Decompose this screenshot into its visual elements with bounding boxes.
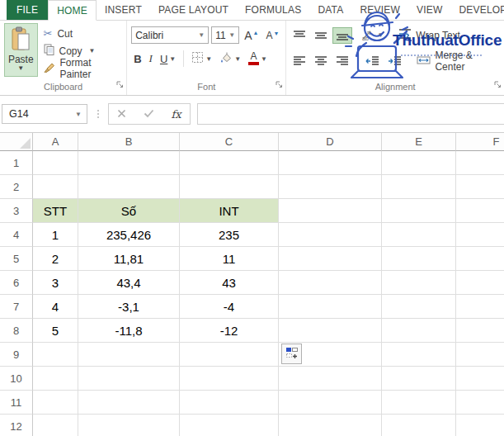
cell-D5[interactable] xyxy=(279,247,382,271)
font-family-select[interactable]: Calibri ▼ xyxy=(131,26,209,44)
orientation-dropdown-icon[interactable]: ▼ xyxy=(377,31,384,39)
cell-C9[interactable] xyxy=(180,343,279,367)
insert-function-button[interactable]: fx xyxy=(172,108,181,121)
cell-A6[interactable]: 3 xyxy=(33,271,78,295)
row-header-6[interactable]: 6 xyxy=(0,271,33,295)
cell-C4[interactable]: 235 xyxy=(180,223,279,247)
cell-B7[interactable]: -3,1 xyxy=(78,295,180,319)
format-painter-button[interactable]: Format Painter xyxy=(44,59,123,77)
cell-E10[interactable] xyxy=(382,367,456,391)
row-header-11[interactable]: 11 xyxy=(0,391,33,415)
cell-B9[interactable] xyxy=(78,343,180,367)
cell-B10[interactable] xyxy=(78,367,180,391)
cell-F10[interactable] xyxy=(456,367,504,391)
formula-bar-handle[interactable] xyxy=(97,110,99,118)
cell-E7[interactable] xyxy=(382,295,456,319)
font-dialog-launcher-icon[interactable] xyxy=(276,77,283,92)
cell-C11[interactable] xyxy=(180,391,279,415)
cell-C6[interactable]: 43 xyxy=(180,271,279,295)
cell-C8[interactable]: -12 xyxy=(180,319,279,343)
cell-E2[interactable] xyxy=(382,175,456,199)
cell-D7[interactable] xyxy=(279,295,382,319)
fill-color-button[interactable]: ▼ xyxy=(217,51,243,66)
row-header-7[interactable]: 7 xyxy=(0,295,33,319)
borders-button[interactable]: ▼ xyxy=(189,51,214,66)
cell-A2[interactable] xyxy=(33,175,78,199)
cell-A9[interactable] xyxy=(33,343,78,367)
cell-A5[interactable]: 2 xyxy=(33,247,78,271)
cell-C2[interactable] xyxy=(180,175,279,199)
row-header-10[interactable]: 10 xyxy=(0,367,33,391)
middle-align-button[interactable] xyxy=(312,28,330,43)
copy-dropdown-icon[interactable]: ▼ xyxy=(89,47,96,54)
cell-F12[interactable] xyxy=(456,415,504,436)
cell-E4[interactable] xyxy=(382,223,456,247)
row-header-2[interactable]: 2 xyxy=(0,175,33,199)
row-header-12[interactable]: 12 xyxy=(0,415,33,436)
cell-A7[interactable]: 4 xyxy=(33,295,78,319)
cell-F8[interactable] xyxy=(456,319,504,343)
cell-F2[interactable] xyxy=(456,175,504,199)
cell-B11[interactable] xyxy=(78,391,180,415)
cut-button[interactable]: ✂ Cut xyxy=(44,25,123,42)
cell-E12[interactable] xyxy=(382,415,456,436)
column-header-D[interactable]: D xyxy=(279,133,382,151)
cell-B12[interactable] xyxy=(78,415,180,436)
cell-C12[interactable] xyxy=(180,415,279,436)
fill-color-dropdown-icon[interactable]: ▼ xyxy=(234,55,241,63)
grow-font-button[interactable]: A▲ xyxy=(242,29,261,42)
cell-D8[interactable] xyxy=(279,319,382,343)
cell-C3[interactable]: INT xyxy=(180,199,279,223)
cell-E11[interactable] xyxy=(382,391,456,415)
cell-B1[interactable] xyxy=(78,151,180,175)
cell-B3[interactable]: Số xyxy=(78,199,180,223)
cell-C7[interactable]: -4 xyxy=(180,295,279,319)
cell-F11[interactable] xyxy=(456,391,504,415)
alignment-dialog-launcher-icon[interactable] xyxy=(494,77,502,92)
cell-B5[interactable]: 11,81 xyxy=(78,247,180,271)
cancel-icon[interactable] xyxy=(117,107,126,121)
tab-insert[interactable]: INSERT xyxy=(97,0,150,20)
tab-review[interactable]: REVIEW xyxy=(351,0,408,20)
row-header-5[interactable]: 5 xyxy=(0,247,33,271)
cell-D10[interactable] xyxy=(279,367,382,391)
name-box[interactable]: G14 ▼ xyxy=(2,104,87,124)
cell-A3[interactable]: STT xyxy=(33,199,78,223)
cell-A10[interactable] xyxy=(33,367,78,391)
bold-button[interactable]: B xyxy=(131,53,144,65)
cell-B2[interactable] xyxy=(78,175,180,199)
cell-E1[interactable] xyxy=(382,151,456,175)
cell-F9[interactable] xyxy=(456,343,504,367)
cell-E8[interactable] xyxy=(382,319,456,343)
align-center-button[interactable] xyxy=(312,54,330,69)
autofill-options-button[interactable] xyxy=(281,344,302,364)
cell-D2[interactable] xyxy=(279,175,382,199)
underline-dropdown-icon[interactable]: ▼ xyxy=(169,55,176,63)
bottom-align-button[interactable] xyxy=(333,28,351,43)
borders-dropdown-icon[interactable]: ▼ xyxy=(205,55,212,63)
tab-home[interactable]: HOME xyxy=(48,0,97,21)
row-header-3[interactable]: 3 xyxy=(0,199,33,223)
cell-A12[interactable] xyxy=(33,415,78,436)
cell-E6[interactable] xyxy=(382,271,456,295)
cell-E5[interactable] xyxy=(382,247,456,271)
wrap-text-button[interactable]: Wrap Text xyxy=(396,27,463,43)
cell-D4[interactable] xyxy=(279,223,382,247)
orientation-button[interactable]: ab ▼ xyxy=(358,27,386,43)
align-left-button[interactable] xyxy=(290,54,309,69)
cell-A8[interactable]: 5 xyxy=(33,319,78,343)
cell-F6[interactable] xyxy=(456,271,504,295)
decrease-indent-button[interactable] xyxy=(363,54,382,69)
row-header-9[interactable]: 9 xyxy=(0,343,33,367)
cell-A1[interactable] xyxy=(33,151,78,175)
cell-C5[interactable]: 11 xyxy=(180,247,279,271)
name-box-dropdown-icon[interactable]: ▼ xyxy=(75,111,82,118)
font-color-dropdown-icon[interactable]: ▼ xyxy=(261,55,267,63)
cell-B6[interactable]: 43,4 xyxy=(78,271,180,295)
cell-E9[interactable] xyxy=(382,343,456,367)
cell-F7[interactable] xyxy=(456,295,504,319)
cell-F5[interactable] xyxy=(456,247,504,271)
underline-button[interactable]: U ▼ xyxy=(158,53,178,65)
formula-input[interactable] xyxy=(197,103,504,125)
cell-A4[interactable]: 1 xyxy=(33,223,78,247)
